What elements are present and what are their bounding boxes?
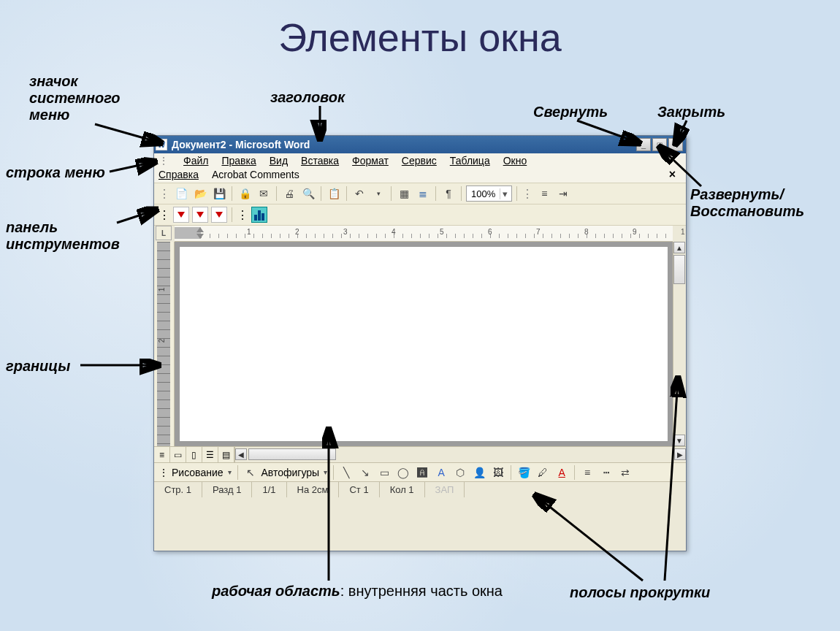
- zoom-combo[interactable]: 100% ▾: [466, 186, 512, 202]
- system-menu-icon[interactable]: W: [156, 139, 167, 150]
- select-arrow-icon[interactable]: ↖: [243, 465, 259, 480]
- scroll-thumb[interactable]: [673, 255, 685, 284]
- diagram-icon[interactable]: ⬡: [452, 465, 468, 480]
- menu-service[interactable]: Сервис: [402, 155, 437, 167]
- line-weight-icon[interactable]: ≡: [579, 465, 595, 480]
- scroll-up-icon[interactable]: ▲: [673, 242, 685, 253]
- vertical-scrollbar[interactable]: ▲ ▼: [673, 242, 686, 446]
- autoshapes-menu[interactable]: Автофигуры: [261, 467, 320, 478]
- arrow-style-icon[interactable]: ⇄: [617, 465, 633, 480]
- minimize-button[interactable]: _: [636, 138, 651, 151]
- scroll-thumb[interactable]: [248, 448, 336, 460]
- menu-view[interactable]: Вид: [270, 155, 288, 167]
- email-icon[interactable]: ✉: [256, 186, 272, 202]
- textbox-icon[interactable]: 🅰: [414, 465, 430, 480]
- show-marks-icon[interactable]: ¶: [440, 186, 457, 202]
- drawing-menu[interactable]: Рисование: [172, 467, 224, 478]
- reading-view-icon[interactable]: ▤: [218, 447, 234, 462]
- open-icon[interactable]: 📂: [192, 186, 208, 202]
- maximize-button[interactable]: □: [652, 138, 667, 151]
- print-icon[interactable]: 🖨: [281, 186, 297, 202]
- standard-toolbar: ⋮ 📄 📂 💾 🔒 ✉ 🖨 🔍 📋 ↶ ▾ ▦ ≣ ¶ 100% ▾ ⋮ ≡ ⇥: [154, 183, 686, 204]
- save-icon[interactable]: 💾: [211, 186, 227, 202]
- arrow-icon[interactable]: ↘: [357, 465, 373, 480]
- vertical-ruler[interactable]: 12: [154, 242, 175, 446]
- toolbar-grip-icon[interactable]: ⋮: [159, 467, 169, 478]
- separator: [461, 186, 462, 201]
- normal-view-icon[interactable]: ≡: [154, 447, 170, 462]
- picture-icon[interactable]: 🖼: [490, 465, 506, 480]
- toolbar-grip-icon[interactable]: ⋮: [159, 187, 169, 201]
- indent-icon[interactable]: ⇥: [555, 186, 571, 202]
- menu-help[interactable]: Справка: [159, 169, 199, 180]
- menu-bar: ⋮ Файл Правка Вид Вставка Формат Сервис …: [154, 153, 686, 183]
- document-page[interactable]: [179, 246, 668, 442]
- undo-icon[interactable]: ↶: [351, 186, 367, 202]
- separator: [574, 465, 575, 480]
- menu-format[interactable]: Формат: [352, 155, 389, 167]
- menu-window[interactable]: Окно: [503, 155, 527, 167]
- toolbar-grip-icon[interactable]: ⋮: [159, 155, 167, 167]
- chevron-down-icon[interactable]: ▾: [500, 188, 510, 199]
- toolbar-grip-icon[interactable]: ⋮: [237, 208, 248, 222]
- titlebar[interactable]: W Документ2 - Microsoft Word _ □ ×: [154, 136, 686, 153]
- dash-style-icon[interactable]: ┅: [598, 465, 614, 480]
- horizontal-ruler[interactable]: L 1234567891: [175, 226, 673, 242]
- separator: [333, 465, 334, 480]
- separator: [321, 186, 321, 201]
- fill-color-icon[interactable]: 🪣: [516, 465, 532, 480]
- clipart-icon[interactable]: 👤: [471, 465, 487, 480]
- line-color-icon[interactable]: 🖊: [535, 465, 551, 480]
- print-view-icon[interactable]: ▯: [186, 447, 202, 462]
- font-color-icon[interactable]: A: [554, 465, 570, 480]
- preview-icon[interactable]: 🔍: [300, 186, 316, 202]
- menu-acrobat[interactable]: Acrobat Comments: [212, 169, 299, 180]
- scroll-right-icon[interactable]: ▶: [674, 448, 686, 460]
- pdf-toolbar: ⋮ ⋮: [154, 204, 686, 226]
- separator: [237, 465, 238, 480]
- toolbar-grip-icon[interactable]: ⋮: [522, 187, 532, 201]
- outline-view-icon[interactable]: ☰: [202, 447, 218, 462]
- oval-icon[interactable]: ◯: [395, 465, 411, 480]
- menu-insert[interactable]: Вставка: [301, 155, 339, 167]
- new-doc-icon[interactable]: 📄: [173, 186, 189, 202]
- rectangle-icon[interactable]: ▭: [376, 465, 392, 480]
- table-icon[interactable]: ▦: [396, 186, 412, 202]
- scroll-left-icon[interactable]: ◀: [235, 448, 247, 460]
- horizontal-scrollbar[interactable]: ◀ ▶: [235, 447, 686, 462]
- web-view-icon[interactable]: ▭: [170, 447, 186, 462]
- close-button[interactable]: ×: [668, 138, 683, 151]
- svg-line-5: [110, 162, 153, 172]
- pdf-mail-icon[interactable]: [192, 207, 208, 223]
- ruler-number: 2: [158, 339, 166, 343]
- tab-selector[interactable]: L: [156, 226, 172, 240]
- line-icon[interactable]: ╲: [338, 465, 354, 480]
- status-pages: 1/1: [252, 482, 286, 497]
- wordart-icon[interactable]: A: [433, 465, 449, 480]
- chevron-down-icon[interactable]: ▾: [226, 468, 233, 476]
- menu-file[interactable]: Файл: [183, 155, 208, 167]
- menu-edit[interactable]: Правка: [221, 155, 256, 167]
- ruler-number: 8: [584, 228, 589, 236]
- menu-table[interactable]: Таблица: [450, 155, 490, 167]
- scroll-down-icon[interactable]: ▼: [673, 435, 685, 446]
- toolbar-grip-icon[interactable]: ⋮: [159, 208, 170, 222]
- indent-marker-icon[interactable]: [196, 226, 204, 232]
- indent-marker-icon[interactable]: [196, 234, 204, 240]
- bullets-icon[interactable]: ≡: [536, 186, 552, 202]
- close-document-button[interactable]: ×: [669, 168, 681, 181]
- chart-icon[interactable]: [251, 207, 267, 223]
- paste-icon[interactable]: 📋: [326, 186, 342, 202]
- pdf-icon[interactable]: [173, 207, 189, 223]
- status-at: На 2см: [287, 482, 340, 497]
- undo-dropdown-icon[interactable]: ▾: [370, 186, 386, 202]
- pdf-review-icon[interactable]: [211, 207, 227, 223]
- ruler-number: 9: [633, 228, 637, 236]
- permission-icon[interactable]: 🔒: [237, 186, 253, 202]
- svg-line-0: [95, 124, 159, 142]
- columns-icon[interactable]: ≣: [415, 186, 431, 202]
- callout-minimize: Свернуть: [533, 104, 608, 121]
- work-area[interactable]: [175, 242, 673, 446]
- chevron-down-icon[interactable]: ▾: [322, 468, 329, 476]
- status-line: Ст 1: [339, 482, 379, 497]
